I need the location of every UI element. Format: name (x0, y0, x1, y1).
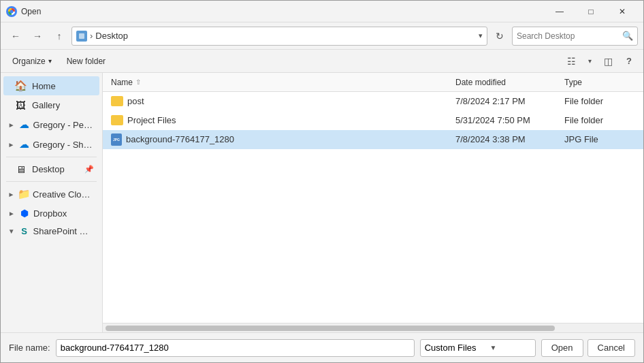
file-date-cell: 7/8/2024 3:38 PM (450, 134, 559, 144)
col-header-name[interactable]: Name ⇧ (106, 73, 450, 91)
h-scroll-track (106, 326, 641, 331)
sidebar-dropbox-label: Dropbox (33, 208, 67, 219)
creative-cloud-folder-icon: 📁 (18, 188, 30, 200)
sidebar-group-dropbox[interactable]: ► ⬢ Dropbox (3, 204, 99, 222)
help-button[interactable]: ? (620, 52, 638, 70)
toolbar-right: ☷ ▾ ◫ ? (562, 52, 638, 70)
path-separator: › (90, 31, 93, 41)
address-path[interactable]: › Desktop ▾ (71, 27, 487, 46)
svg-point-2 (10, 10, 14, 13)
sidebar-divider-2 (6, 181, 97, 182)
svg-rect-4 (79, 33, 84, 39)
file-date-cell: 7/8/2024 2:17 PM (450, 96, 559, 106)
pin-icon: 📌 (84, 165, 94, 174)
maximize-button[interactable]: □ (575, 1, 607, 22)
gallery-icon: 🖼 (14, 99, 27, 111)
bottom-bar: File name: Custom Files ▼ Open Cancel (1, 332, 643, 362)
search-input[interactable] (517, 31, 619, 41)
table-row[interactable]: background-7764177_1280 7/8/2024 3:38 PM… (103, 130, 643, 149)
file-name-input[interactable] (56, 339, 415, 357)
h-scroll-thumb[interactable] (106, 326, 555, 331)
expand-arrow-creative: ► (7, 191, 15, 198)
sidebar-desktop-label: Desktop (32, 164, 65, 174)
action-buttons: Open Cancel (541, 339, 635, 357)
search-box[interactable]: 🔍 (512, 27, 638, 46)
cancel-button[interactable]: Cancel (587, 339, 635, 357)
expand-arrow-sharepoint: ▼ (7, 227, 16, 235)
jpg-icon (111, 133, 122, 146)
up-button[interactable]: ↑ (50, 27, 69, 46)
dropbox-icon: ⬢ (18, 208, 31, 219)
path-icon (76, 31, 87, 42)
details-view-button[interactable]: ◫ (598, 52, 617, 70)
file-type-cell: JPG File (559, 134, 641, 144)
title-bar-controls: — □ ✕ (544, 1, 638, 22)
sidebar-group-gregory-shared[interactable]: ► ☁ Gregory - Sharef (3, 135, 99, 154)
sidebar-sharepoint-label: SharePoint Mav (33, 226, 94, 236)
open-dialog: Open — □ ✕ ← → ↑ › Desktop ▾ ↻ 🔍 Organiz… (0, 0, 644, 363)
file-type-dropdown-arrow: ▼ (490, 344, 497, 351)
path-dropdown-arrow: ▾ (479, 31, 483, 40)
file-type-cell: File folder (559, 96, 641, 106)
file-name-cell: background-7764177_1280 (106, 133, 450, 146)
sidebar-group-gregory-personal[interactable]: ► ☁ Gregory - Perso (3, 115, 99, 134)
view-dropdown-button[interactable]: ▾ (583, 52, 596, 70)
sidebar-item-gallery[interactable]: 🖼 Gallery (3, 96, 99, 114)
col-name-label: Name (111, 78, 133, 87)
file-name-cell: post (106, 96, 450, 106)
sidebar-creative-cloud-label: Creative Cloud F (33, 189, 94, 200)
app-icon (6, 6, 17, 17)
table-row[interactable]: post 7/8/2024 2:17 PM File folder (103, 92, 643, 111)
file-area: Name ⇧ Date modified Type post (103, 73, 643, 332)
table-row[interactable]: Project Files 5/31/2024 7:50 PM File fol… (103, 111, 643, 130)
onedrive-icon-shared: ☁ (18, 138, 30, 151)
sidebar-group-sharepoint[interactable]: ▼ S SharePoint Mav (3, 223, 99, 240)
col-header-type[interactable]: Type (559, 73, 641, 91)
address-bar: ← → ↑ › Desktop ▾ ↻ 🔍 (1, 22, 643, 50)
title-bar: Open — □ ✕ (1, 1, 643, 22)
file-date-cell: 5/31/2024 7:50 PM (450, 115, 559, 125)
desktop-icon: 🖥 (14, 163, 27, 175)
forward-button[interactable]: → (28, 27, 47, 46)
file-name-text: Project Files (127, 115, 176, 125)
refresh-button[interactable]: ↻ (490, 27, 509, 46)
details-icon: ◫ (604, 56, 613, 67)
file-list: post 7/8/2024 2:17 PM File folder Projec… (103, 92, 643, 323)
onedrive-icon-personal: ☁ (18, 119, 31, 131)
file-type-dropdown[interactable]: Custom Files ▼ (420, 339, 536, 357)
organize-dropdown-arrow: ▾ (48, 57, 52, 65)
sidebar-divider-1 (6, 157, 97, 157)
sidebar-gregory-personal-label: Gregory - Perso (33, 120, 94, 130)
sharepoint-icon: S (18, 226, 31, 236)
horizontal-scrollbar[interactable] (103, 323, 643, 332)
sidebar: 🏠 Home 🖼 Gallery ► ☁ Gregory - Perso ► ☁… (1, 73, 103, 332)
expand-arrow-gregory-personal: ► (7, 121, 16, 129)
file-name-label: File name: (9, 343, 50, 353)
organize-button[interactable]: Organize ▾ (6, 52, 58, 70)
expand-arrow-dropbox: ► (7, 210, 16, 217)
title-text: Open (21, 7, 41, 16)
sidebar-gregory-shared-label: Gregory - Sharef (33, 140, 94, 150)
close-button[interactable]: ✕ (607, 1, 638, 22)
open-button[interactable]: Open (541, 339, 583, 357)
search-icon: 🔍 (622, 31, 633, 41)
view-icon: ☷ (567, 56, 576, 67)
sidebar-item-home[interactable]: 🏠 Home (3, 76, 99, 95)
file-type-cell: File folder (559, 115, 641, 125)
sidebar-item-desktop[interactable]: 🖥 Desktop 📌 (3, 160, 99, 178)
new-folder-button[interactable]: New folder (61, 52, 112, 70)
file-name-text: post (127, 96, 144, 106)
sidebar-home-label: Home (32, 81, 56, 91)
back-button[interactable]: ← (6, 27, 25, 46)
view-button[interactable]: ☷ (562, 52, 581, 70)
file-name-text: background-7764177_1280 (126, 134, 234, 144)
sidebar-group-creative-cloud[interactable]: ► 📁 Creative Cloud F (3, 185, 99, 204)
sort-arrow: ⇧ (135, 78, 141, 86)
new-folder-label: New folder (67, 57, 106, 66)
view-dropdown-arrow: ▾ (588, 57, 592, 65)
home-icon: 🏠 (14, 80, 27, 92)
minimize-button[interactable]: — (544, 1, 575, 22)
toolbar: Organize ▾ New folder ☷ ▾ ◫ ? (1, 50, 643, 73)
sidebar-gallery-label: Gallery (32, 100, 60, 110)
col-header-date[interactable]: Date modified (450, 73, 559, 91)
